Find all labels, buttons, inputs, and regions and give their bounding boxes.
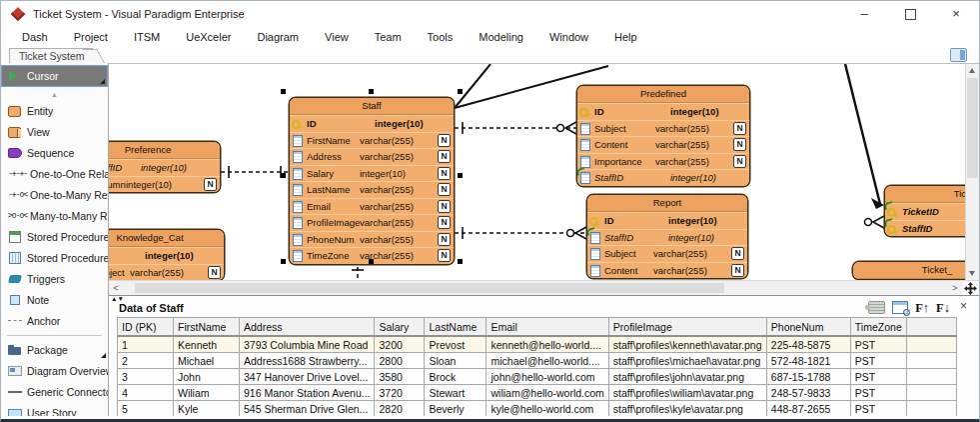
sidebar-item-sequence[interactable]: Sequence — [1, 143, 108, 163]
nullable-badge: N — [733, 138, 746, 151]
sidebar-item-triggers[interactable]: Triggers — [1, 269, 108, 289]
sidebar-item-note[interactable]: Note — [1, 290, 108, 310]
sidebar-item-view[interactable]: View — [1, 122, 108, 142]
entity-title: Staff — [290, 98, 454, 115]
menu-uexceler[interactable]: UeXceler — [173, 26, 244, 48]
nullable-badge: N — [204, 178, 217, 191]
sidebar-item-anchor[interactable]: Anchor — [1, 311, 108, 331]
sidebar-item-label: Note — [27, 294, 49, 306]
entity-column-profileimage: ProfileImagevarchar(255)N — [290, 214, 454, 231]
sort-column-asc-icon[interactable]: F↑ — [915, 302, 929, 314]
menu-diagram[interactable]: Diagram — [244, 26, 312, 48]
vertical-scroll-thumb[interactable] — [967, 78, 978, 178]
show-panel-icon[interactable] — [950, 48, 967, 62]
sidebar-item-many-to-many-relationship[interactable]: >o-o<Many-to-Many Relationship — [1, 206, 108, 226]
entity-column-content: Contentvarchar(255)N — [587, 262, 747, 279]
table-row[interactable]: 3John347 Hanover Drive Lovel...3580Brock… — [118, 369, 957, 385]
table-row[interactable]: 4Wiliam916 Manor Station Avenu...3720Ste… — [118, 385, 957, 401]
tab-ticket-system[interactable]: Ticket System — [9, 48, 93, 63]
scroll-up-arrow-icon[interactable] — [966, 64, 979, 77]
entity-report[interactable]: ReportIDinteger(10)StaffIDinteger(10)Sub… — [586, 194, 748, 279]
minimize-button[interactable]: – — [841, 1, 887, 26]
entity-title: Ticket_S — [885, 186, 965, 203]
sidebar-item-stored-procedure-resultset[interactable]: Stored Procedure ResultSet — [1, 248, 108, 268]
find-in-table-icon[interactable] — [892, 301, 908, 314]
table-cell: Beverly — [425, 401, 487, 417]
column-header-id-pk-[interactable]: ID (PK) — [118, 318, 174, 337]
sidebar-item-generic-connector[interactable]: Generic Connector — [1, 382, 108, 402]
entity-column-phonenum: PhoneNumvarchar(255)N — [290, 231, 454, 248]
selection-handle[interactable] — [458, 259, 463, 264]
menu-window[interactable]: Window — [536, 26, 601, 48]
sidebar-item-stored-procedures[interactable]: Stored Procedures — [1, 227, 108, 247]
horizontal-scroll-track[interactable] — [123, 282, 948, 294]
horizontal-scrollbar[interactable]: < > — [109, 280, 979, 295]
menu-project[interactable]: Project — [61, 26, 121, 48]
panel-close-button[interactable]: × — [960, 301, 967, 311]
close-button[interactable]: × — [933, 1, 979, 26]
entity-column-importance: Importancevarchar(255)N — [577, 153, 749, 170]
selection-handle[interactable] — [369, 89, 374, 94]
selection-handle[interactable] — [458, 89, 463, 94]
menu-dash[interactable]: Dash — [9, 26, 61, 48]
menu-modeling[interactable]: Modeling — [466, 26, 536, 48]
scroll-right-arrow-icon[interactable]: > — [948, 282, 962, 295]
sidebar-item-diagram-overview[interactable]: Diagram Overview — [1, 361, 108, 381]
horizontal-scroll-thumb[interactable] — [135, 283, 724, 293]
entity-preference[interactable]: PreferenceStaffIDinteger(10)Columnintege… — [109, 141, 221, 193]
vertical-scrollbar[interactable] — [965, 64, 979, 280]
sidebar-item-one-to-many-relationship[interactable]: -+-o<One-to-Many Relationship — [1, 185, 108, 205]
column-header-email[interactable]: Email — [487, 318, 608, 337]
entity-column-id: IDinteger(10) — [290, 115, 454, 132]
menu-itsm[interactable]: ITSM — [121, 26, 173, 48]
table-row[interactable]: 2MichaelAddress1688 Strawberry...2800Slo… — [118, 353, 957, 369]
entity-ticket-[interactable]: Ticket_ — [852, 261, 965, 280]
menu-team[interactable]: Team — [362, 26, 415, 48]
table-row[interactable]: 1Kenneth3793 Columbia Mine Road3200Prevo… — [118, 336, 957, 353]
table-cell-filler — [906, 336, 956, 353]
table-cell: 545 Sherman Drive Glen... — [240, 401, 375, 417]
grid-view-icon[interactable] — [868, 301, 885, 314]
table-cell: PST — [850, 401, 906, 417]
column-icon — [292, 184, 304, 195]
entity-column-column: Columninteger(10)N — [109, 176, 220, 193]
column-header-firstname[interactable]: FirstName — [174, 318, 240, 337]
menu-help[interactable]: Help — [601, 26, 650, 48]
sidebar-item-cursor[interactable]: Cursor — [1, 65, 108, 87]
column-header-phonenum[interactable]: PhoneNum — [766, 318, 850, 337]
sort-column-desc-icon[interactable]: F↓ — [936, 302, 950, 314]
panel-splitter[interactable]: ▲▼ — [111, 295, 124, 302]
selection-handle[interactable] — [458, 173, 463, 178]
palette-scroll-up-icon[interactable]: ▲ — [1, 88, 108, 101]
selection-handle[interactable] — [281, 259, 286, 264]
menu-tools[interactable]: Tools — [415, 26, 467, 48]
scroll-left-arrow-icon[interactable]: < — [109, 282, 123, 295]
entity-staff[interactable]: StaffIDinteger(10)FirstNamevarchar(255)N… — [289, 97, 455, 265]
table-row[interactable]: 5Kyle545 Sherman Drive Glen...2820Beverl… — [118, 401, 957, 417]
entity-ticket-s[interactable]: Ticket_STicketIDinteger(10)StaffIDintege… — [884, 185, 965, 237]
sidebar-item-package[interactable]: Package — [1, 340, 108, 360]
column-header-address[interactable]: Address — [240, 318, 375, 337]
column-header-timezone[interactable]: TimeZone — [850, 318, 906, 337]
table-cell: 2 — [118, 353, 174, 369]
menu-view[interactable]: View — [312, 26, 362, 48]
entity-predefined[interactable]: PredefinedIDinteger(10)Subjectvarchar(25… — [576, 85, 750, 187]
pan-tool-icon[interactable] — [962, 281, 979, 295]
selection-handle[interactable] — [369, 259, 374, 264]
column-header-lastname[interactable]: LastName — [425, 318, 487, 337]
table-cell: 225-48-5875 — [766, 336, 850, 353]
diagram-canvas[interactable]: PreferenceStaffIDinteger(10)Columnintege… — [109, 64, 965, 280]
selection-handle[interactable] — [281, 173, 286, 178]
sidebar-item-entity[interactable]: Entity — [1, 101, 108, 121]
table-cell: 2820 — [375, 401, 425, 417]
scroll-down-arrow-icon[interactable] — [966, 267, 979, 280]
sidebar-item-user-story[interactable]: User Story — [1, 403, 108, 416]
entity-column-subject: Subjectvarchar(255)N — [587, 245, 747, 262]
column-header-profileimage[interactable]: ProfileImage — [608, 318, 766, 337]
entity-knowledge-cat[interactable]: Knowledge_CatIDinteger(10)Subjectvarchar… — [109, 229, 225, 280]
maximize-button[interactable] — [887, 1, 933, 26]
selection-handle[interactable] — [281, 89, 286, 94]
sidebar-item-one-to-one-relationship[interactable]: -+-+-One-to-One Relationship — [1, 164, 108, 184]
column-header-salary[interactable]: Salary — [375, 318, 425, 337]
table-cell: michael@hello-world.... — [487, 353, 608, 369]
